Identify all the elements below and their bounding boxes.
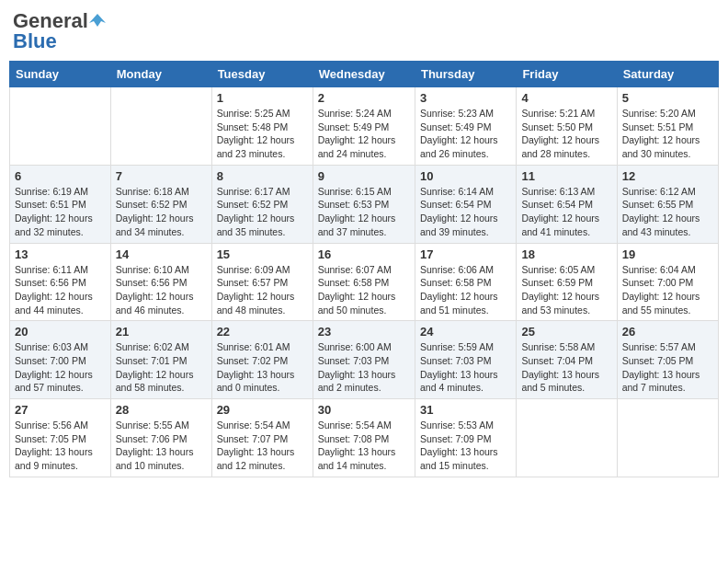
calendar-cell: 21Sunrise: 6:02 AMSunset: 7:01 PMDayligh… xyxy=(110,321,211,399)
calendar-cell: 22Sunrise: 6:01 AMSunset: 7:02 PMDayligh… xyxy=(211,321,313,399)
calendar-cell: 24Sunrise: 5:59 AMSunset: 7:03 PMDayligh… xyxy=(415,321,516,399)
day-number: 5 xyxy=(622,91,713,105)
calendar-cell: 11Sunrise: 6:13 AMSunset: 6:54 PMDayligh… xyxy=(517,165,617,243)
calendar-cell: 2Sunrise: 5:24 AMSunset: 5:49 PMDaylight… xyxy=(313,87,415,166)
day-number: 23 xyxy=(318,325,410,339)
day-number: 17 xyxy=(420,247,511,261)
calendar-cell: 4Sunrise: 5:21 AMSunset: 5:50 PMDaylight… xyxy=(517,87,617,166)
day-info: Sunrise: 5:54 AMSunset: 7:07 PMDaylight:… xyxy=(217,419,308,473)
day-info: Sunrise: 6:05 AMSunset: 6:59 PMDaylight:… xyxy=(521,263,611,317)
calendar-cell: 12Sunrise: 6:12 AMSunset: 6:55 PMDayligh… xyxy=(617,165,718,243)
calendar-cell xyxy=(110,87,211,166)
svg-marker-0 xyxy=(89,14,106,27)
day-number: 12 xyxy=(622,169,713,183)
day-info: Sunrise: 6:13 AMSunset: 6:54 PMDaylight:… xyxy=(521,185,611,239)
day-number: 9 xyxy=(318,169,410,183)
calendar-cell: 15Sunrise: 6:09 AMSunset: 6:57 PMDayligh… xyxy=(211,243,313,321)
day-info: Sunrise: 6:06 AMSunset: 6:58 PMDaylight:… xyxy=(420,263,511,317)
day-info: Sunrise: 5:54 AMSunset: 7:08 PMDaylight:… xyxy=(318,419,410,473)
day-info: Sunrise: 6:12 AMSunset: 6:55 PMDaylight:… xyxy=(622,185,713,239)
day-info: Sunrise: 5:25 AMSunset: 5:48 PMDaylight:… xyxy=(217,107,308,161)
calendar-cell: 7Sunrise: 6:18 AMSunset: 6:52 PMDaylight… xyxy=(110,165,211,243)
calendar-cell: 6Sunrise: 6:19 AMSunset: 6:51 PMDaylight… xyxy=(10,165,111,243)
day-number: 13 xyxy=(15,247,106,261)
weekday-header-sunday: Sunday xyxy=(10,62,111,87)
calendar-table: SundayMondayTuesdayWednesdayThursdayFrid… xyxy=(9,61,719,477)
calendar-cell: 3Sunrise: 5:23 AMSunset: 5:49 PMDaylight… xyxy=(415,87,516,166)
day-number: 18 xyxy=(521,247,611,261)
day-number: 31 xyxy=(420,403,511,417)
weekday-header-monday: Monday xyxy=(110,62,211,87)
day-info: Sunrise: 6:15 AMSunset: 6:53 PMDaylight:… xyxy=(318,185,410,239)
weekday-header-friday: Friday xyxy=(517,62,617,87)
day-number: 16 xyxy=(318,247,410,261)
calendar-cell: 5Sunrise: 5:20 AMSunset: 5:51 PMDaylight… xyxy=(617,87,718,166)
weekday-header-thursday: Thursday xyxy=(415,62,516,87)
weekday-header-tuesday: Tuesday xyxy=(211,62,313,87)
calendar-week-row: 27Sunrise: 5:56 AMSunset: 7:05 PMDayligh… xyxy=(10,399,719,477)
calendar-week-row: 13Sunrise: 6:11 AMSunset: 6:56 PMDayligh… xyxy=(10,243,719,321)
calendar-cell: 27Sunrise: 5:56 AMSunset: 7:05 PMDayligh… xyxy=(10,399,111,477)
day-number: 20 xyxy=(15,325,106,339)
day-number: 7 xyxy=(116,169,207,183)
logo-blue-text: Blue xyxy=(13,29,57,53)
calendar-cell: 16Sunrise: 6:07 AMSunset: 6:58 PMDayligh… xyxy=(313,243,415,321)
day-info: Sunrise: 5:58 AMSunset: 7:04 PMDaylight:… xyxy=(521,340,611,395)
calendar-cell: 25Sunrise: 5:58 AMSunset: 7:04 PMDayligh… xyxy=(517,321,617,399)
day-number: 14 xyxy=(116,247,207,261)
day-info: Sunrise: 6:01 AMSunset: 7:02 PMDaylight:… xyxy=(217,340,308,395)
calendar-cell: 19Sunrise: 6:04 AMSunset: 7:00 PMDayligh… xyxy=(617,243,718,321)
calendar-cell: 13Sunrise: 6:11 AMSunset: 6:56 PMDayligh… xyxy=(10,243,111,321)
page-header: General Blue xyxy=(9,9,719,53)
day-info: Sunrise: 6:18 AMSunset: 6:52 PMDaylight:… xyxy=(116,185,207,239)
calendar-cell: 10Sunrise: 6:14 AMSunset: 6:54 PMDayligh… xyxy=(415,165,516,243)
day-number: 3 xyxy=(420,91,511,105)
calendar-cell: 23Sunrise: 6:00 AMSunset: 7:03 PMDayligh… xyxy=(313,321,415,399)
day-info: Sunrise: 6:00 AMSunset: 7:03 PMDaylight:… xyxy=(318,340,410,395)
calendar-cell xyxy=(517,399,617,477)
day-number: 24 xyxy=(420,325,511,339)
day-number: 29 xyxy=(217,403,308,417)
calendar-header-row: SundayMondayTuesdayWednesdayThursdayFrid… xyxy=(10,62,719,87)
day-info: Sunrise: 6:10 AMSunset: 6:56 PMDaylight:… xyxy=(116,263,207,317)
day-number: 11 xyxy=(521,169,611,183)
day-number: 15 xyxy=(217,247,308,261)
day-number: 19 xyxy=(622,247,713,261)
weekday-header-saturday: Saturday xyxy=(617,62,718,87)
day-number: 26 xyxy=(622,325,713,339)
calendar-cell: 18Sunrise: 6:05 AMSunset: 6:59 PMDayligh… xyxy=(517,243,617,321)
day-info: Sunrise: 6:07 AMSunset: 6:58 PMDaylight:… xyxy=(318,263,410,317)
calendar-cell: 8Sunrise: 6:17 AMSunset: 6:52 PMDaylight… xyxy=(211,165,313,243)
day-info: Sunrise: 6:09 AMSunset: 6:57 PMDaylight:… xyxy=(217,263,308,317)
day-number: 6 xyxy=(15,169,106,183)
calendar-cell: 30Sunrise: 5:54 AMSunset: 7:08 PMDayligh… xyxy=(313,399,415,477)
calendar-cell xyxy=(10,87,111,166)
calendar-cell: 28Sunrise: 5:55 AMSunset: 7:06 PMDayligh… xyxy=(110,399,211,477)
calendar-cell: 9Sunrise: 6:15 AMSunset: 6:53 PMDaylight… xyxy=(313,165,415,243)
calendar-cell: 20Sunrise: 6:03 AMSunset: 7:00 PMDayligh… xyxy=(10,321,111,399)
day-info: Sunrise: 6:11 AMSunset: 6:56 PMDaylight:… xyxy=(15,263,106,317)
day-number: 1 xyxy=(217,91,308,105)
day-info: Sunrise: 5:24 AMSunset: 5:49 PMDaylight:… xyxy=(318,107,410,161)
day-number: 28 xyxy=(116,403,207,417)
day-number: 21 xyxy=(116,325,207,339)
day-number: 22 xyxy=(217,325,308,339)
logo-bird-icon xyxy=(89,12,106,29)
weekday-header-wednesday: Wednesday xyxy=(313,62,415,87)
day-info: Sunrise: 5:21 AMSunset: 5:50 PMDaylight:… xyxy=(521,107,611,161)
day-info: Sunrise: 6:02 AMSunset: 7:01 PMDaylight:… xyxy=(116,340,207,395)
day-info: Sunrise: 5:57 AMSunset: 7:05 PMDaylight:… xyxy=(622,340,713,395)
calendar-cell: 26Sunrise: 5:57 AMSunset: 7:05 PMDayligh… xyxy=(617,321,718,399)
calendar-week-row: 20Sunrise: 6:03 AMSunset: 7:00 PMDayligh… xyxy=(10,321,719,399)
day-info: Sunrise: 6:19 AMSunset: 6:51 PMDaylight:… xyxy=(15,185,106,239)
day-number: 27 xyxy=(15,403,106,417)
calendar-cell: 31Sunrise: 5:53 AMSunset: 7:09 PMDayligh… xyxy=(415,399,516,477)
calendar-cell xyxy=(617,399,718,477)
day-number: 30 xyxy=(318,403,410,417)
calendar-cell: 1Sunrise: 5:25 AMSunset: 5:48 PMDaylight… xyxy=(211,87,313,166)
day-info: Sunrise: 6:17 AMSunset: 6:52 PMDaylight:… xyxy=(217,185,308,239)
day-info: Sunrise: 5:59 AMSunset: 7:03 PMDaylight:… xyxy=(420,340,511,395)
calendar-week-row: 1Sunrise: 5:25 AMSunset: 5:48 PMDaylight… xyxy=(10,87,719,166)
calendar-week-row: 6Sunrise: 6:19 AMSunset: 6:51 PMDaylight… xyxy=(10,165,719,243)
calendar-cell: 17Sunrise: 6:06 AMSunset: 6:58 PMDayligh… xyxy=(415,243,516,321)
